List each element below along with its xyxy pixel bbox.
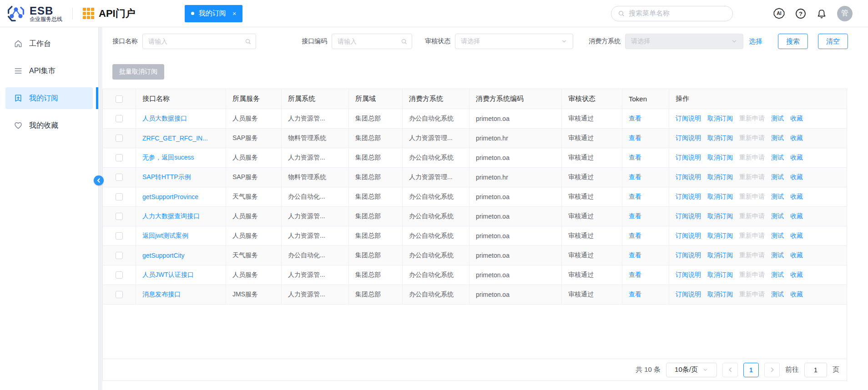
cell-interface-name[interactable]: ZRFC_GET_RFC_IN... bbox=[142, 135, 208, 142]
row-checkbox[interactable] bbox=[116, 193, 123, 200]
action-subscribe-desc[interactable]: 订阅说明 bbox=[676, 115, 701, 123]
action-favorite[interactable]: 收藏 bbox=[790, 173, 803, 181]
cell-interface-name[interactable]: 返回jwt测试案例 bbox=[142, 232, 188, 240]
tab-close-icon[interactable]: × bbox=[232, 10, 237, 17]
action-subscribe-desc[interactable]: 订阅说明 bbox=[676, 134, 701, 142]
action-cancel-subscribe[interactable]: 取消订阅 bbox=[707, 212, 733, 220]
token-view-link[interactable]: 查看 bbox=[629, 134, 641, 142]
action-favorite[interactable]: 收藏 bbox=[790, 193, 803, 201]
action-test[interactable]: 测试 bbox=[771, 193, 784, 201]
ai-assistant-icon[interactable]: AI bbox=[773, 7, 785, 20]
token-view-link[interactable]: 查看 bbox=[629, 212, 641, 220]
token-view-link[interactable]: 查看 bbox=[629, 115, 641, 123]
row-checkbox[interactable] bbox=[116, 213, 123, 220]
interface-name-input[interactable] bbox=[142, 34, 256, 49]
cell-interface-name[interactable]: 人员JWT认证接口 bbox=[142, 271, 194, 279]
action-test[interactable]: 测试 bbox=[771, 290, 784, 299]
tab-my-subscriptions[interactable]: 我的订阅 × bbox=[185, 5, 243, 22]
page-number-button[interactable]: 1 bbox=[743, 363, 759, 377]
action-cancel-subscribe[interactable]: 取消订阅 bbox=[707, 290, 733, 299]
token-view-link[interactable]: 查看 bbox=[629, 271, 641, 279]
action-test[interactable]: 测试 bbox=[771, 271, 784, 279]
action-subscribe-desc[interactable]: 订阅说明 bbox=[676, 251, 701, 260]
action-cancel-subscribe[interactable]: 取消订阅 bbox=[707, 134, 733, 142]
token-view-link[interactable]: 查看 bbox=[629, 193, 641, 201]
action-test[interactable]: 测试 bbox=[771, 134, 784, 142]
interface-code-input[interactable] bbox=[332, 34, 412, 49]
action-subscribe-desc[interactable]: 订阅说明 bbox=[676, 271, 701, 279]
bell-icon[interactable] bbox=[816, 8, 827, 19]
action-favorite[interactable]: 收藏 bbox=[790, 154, 803, 162]
action-subscribe-desc[interactable]: 订阅说明 bbox=[676, 290, 701, 299]
next-page-button[interactable] bbox=[764, 363, 780, 377]
action-test[interactable]: 测试 bbox=[771, 173, 784, 181]
action-test[interactable]: 测试 bbox=[771, 154, 784, 162]
cell-domain: 集团总部 bbox=[349, 148, 403, 167]
action-reapply: 重新申请 bbox=[739, 115, 765, 123]
action-favorite[interactable]: 收藏 bbox=[790, 134, 803, 142]
token-view-link[interactable]: 查看 bbox=[629, 232, 641, 240]
action-cancel-subscribe[interactable]: 取消订阅 bbox=[707, 251, 733, 260]
search-button[interactable]: 搜索 bbox=[778, 34, 808, 49]
cell-interface-name[interactable]: 消息发布接口 bbox=[142, 290, 181, 299]
goto-page-input[interactable] bbox=[804, 363, 827, 377]
action-favorite[interactable]: 收藏 bbox=[790, 271, 803, 279]
select-all-checkbox[interactable] bbox=[116, 95, 123, 103]
token-view-link[interactable]: 查看 bbox=[629, 290, 641, 299]
help-icon[interactable]: ? bbox=[795, 8, 806, 19]
action-subscribe-desc[interactable]: 订阅说明 bbox=[676, 154, 701, 162]
row-checkbox[interactable] bbox=[116, 115, 123, 122]
consumer-system-choose-link[interactable]: 选择 bbox=[749, 37, 762, 46]
cell-interface-name[interactable]: 无参，返回sucess bbox=[142, 154, 194, 162]
row-checkbox[interactable] bbox=[116, 174, 123, 181]
cell-interface-name[interactable]: 人力大数据查询接口 bbox=[142, 212, 200, 220]
menu-search-input[interactable]: 搜索菜单名称 bbox=[611, 6, 733, 21]
action-cancel-subscribe[interactable]: 取消订阅 bbox=[707, 115, 733, 123]
action-cancel-subscribe[interactable]: 取消订阅 bbox=[707, 154, 733, 162]
cell-interface-name[interactable]: 人员大数据接口 bbox=[142, 115, 187, 123]
cell-consumer-system: 办公自动化系统 bbox=[403, 285, 469, 304]
token-view-link[interactable]: 查看 bbox=[629, 173, 641, 181]
sidebar-item-my-favorites[interactable]: 我的收藏 bbox=[5, 115, 93, 136]
action-subscribe-desc[interactable]: 订阅说明 bbox=[676, 173, 701, 181]
row-checkbox[interactable] bbox=[116, 252, 123, 259]
action-subscribe-desc[interactable]: 订阅说明 bbox=[676, 212, 701, 220]
sidebar-item-label: API集市 bbox=[29, 66, 56, 76]
action-cancel-subscribe[interactable]: 取消订阅 bbox=[707, 232, 733, 240]
token-view-link[interactable]: 查看 bbox=[629, 154, 641, 162]
action-favorite[interactable]: 收藏 bbox=[790, 290, 803, 299]
search-icon bbox=[245, 38, 252, 45]
action-test[interactable]: 测试 bbox=[771, 232, 784, 240]
cell-interface-name[interactable]: getSupportCity bbox=[142, 252, 185, 259]
row-checkbox[interactable] bbox=[116, 232, 123, 240]
action-subscribe-desc[interactable]: 订阅说明 bbox=[676, 193, 701, 201]
action-cancel-subscribe[interactable]: 取消订阅 bbox=[707, 193, 733, 201]
cell-interface-name[interactable]: SAP转HTTP示例 bbox=[142, 173, 191, 181]
page-size-select[interactable]: 10条/页 bbox=[666, 363, 717, 377]
sidebar-item-workbench[interactable]: 工作台 bbox=[5, 33, 93, 55]
logo-subtitle: 企业服务总线 bbox=[30, 16, 62, 22]
cell-interface-name[interactable]: getSupportProvince bbox=[142, 193, 198, 200]
action-cancel-subscribe[interactable]: 取消订阅 bbox=[707, 173, 733, 181]
sidebar-item-api-market[interactable]: API集市 bbox=[5, 60, 93, 82]
action-favorite[interactable]: 收藏 bbox=[790, 251, 803, 260]
action-cancel-subscribe[interactable]: 取消订阅 bbox=[707, 271, 733, 279]
row-checkbox[interactable] bbox=[116, 154, 123, 161]
action-test[interactable]: 测试 bbox=[771, 212, 784, 220]
token-view-link[interactable]: 查看 bbox=[629, 251, 641, 260]
action-favorite[interactable]: 收藏 bbox=[790, 212, 803, 220]
audit-status-select[interactable]: 请选择 bbox=[455, 34, 573, 49]
user-avatar[interactable]: 管 bbox=[837, 6, 853, 21]
action-favorite[interactable]: 收藏 bbox=[790, 232, 803, 240]
row-checkbox[interactable] bbox=[116, 271, 123, 279]
action-favorite[interactable]: 收藏 bbox=[790, 115, 803, 123]
clear-button[interactable]: 清空 bbox=[818, 34, 848, 49]
row-checkbox[interactable] bbox=[116, 291, 123, 298]
sidebar-collapse-button[interactable] bbox=[94, 175, 104, 185]
action-test[interactable]: 测试 bbox=[771, 115, 784, 123]
sidebar-item-my-subscriptions[interactable]: 我的订阅 bbox=[5, 87, 93, 109]
row-checkbox[interactable] bbox=[116, 135, 123, 142]
action-subscribe-desc[interactable]: 订阅说明 bbox=[676, 232, 701, 240]
prev-page-button[interactable] bbox=[722, 363, 738, 377]
action-test[interactable]: 测试 bbox=[771, 251, 784, 260]
